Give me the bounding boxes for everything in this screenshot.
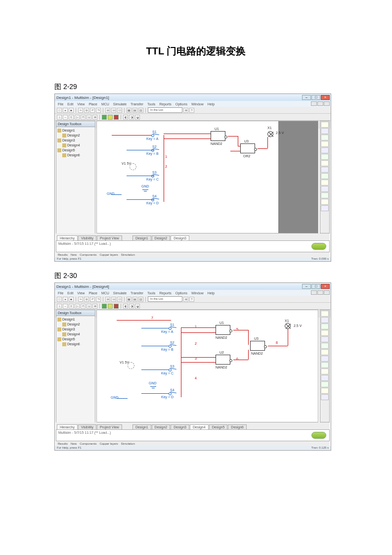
menu-item[interactable]: Options (175, 102, 187, 106)
toolbar-button[interactable]: ✂ (78, 297, 83, 302)
spreadsheet-view[interactable]: Multisim - 5/7/15 11:17 (** Load...) (56, 240, 330, 252)
toolbar-button[interactable]: ✂ (78, 108, 83, 113)
menu-item[interactable]: Edit (67, 102, 73, 106)
menu-item[interactable]: Reports (159, 291, 172, 295)
menu-item[interactable]: File (58, 291, 63, 295)
tree-node[interactable]: Design2 (67, 322, 80, 327)
toolbar-button[interactable]: ≡ (69, 304, 74, 309)
spreadsheet-tab[interactable]: Simulation (121, 442, 135, 445)
instrument-button[interactable] (321, 375, 329, 381)
child-maximize-button[interactable] (317, 290, 323, 295)
tree-node[interactable]: Design5 (62, 337, 75, 342)
close-button[interactable]: × (321, 95, 330, 100)
tab-hierarchy[interactable]: Hierarchy (57, 424, 78, 429)
instrument-button[interactable] (321, 369, 329, 374)
instrument-button[interactable] (321, 128, 329, 134)
toolbar-button[interactable]: ▤ (132, 297, 137, 302)
design-tab[interactable]: Design3 (171, 235, 189, 240)
menu-item[interactable]: Simulate (113, 291, 127, 295)
switch[interactable] (169, 344, 176, 348)
spreadsheet-tab[interactable]: Copper layers (99, 442, 118, 445)
toolbar-button[interactable]: ⊥ (57, 115, 62, 120)
instrument-button[interactable] (321, 192, 329, 198)
spreadsheet-tab[interactable]: Results (58, 253, 68, 256)
toolbar-button[interactable]: ⊞ (105, 297, 110, 302)
toolbar-button[interactable]: ◒ (135, 304, 140, 309)
instrument-button[interactable] (321, 147, 329, 153)
menu-item[interactable]: Options (175, 291, 187, 295)
menu-item[interactable]: Tools (147, 102, 155, 106)
instrument-button[interactable] (321, 349, 329, 355)
toolbar-button[interactable]: ⊡ (117, 108, 122, 113)
toolbar-button[interactable]: ▦ (127, 297, 131, 302)
instrument-button[interactable] (321, 356, 329, 362)
instrument-button[interactable] (321, 330, 329, 336)
child-close-button[interactable] (324, 290, 330, 295)
toolbar-button[interactable]: ◒ (135, 115, 140, 120)
schematic-canvas[interactable]: 7 V1 5V S1 Key = A S2 Key = B S3 Key = C… (96, 310, 318, 422)
tree-node[interactable]: Design3 (62, 327, 75, 332)
instrument-button[interactable] (321, 135, 329, 140)
tab-visibility[interactable]: Visibility (78, 424, 96, 429)
menu-item[interactable]: File (58, 102, 63, 106)
switch[interactable] (151, 148, 159, 152)
design-tab[interactable]: Design4 (190, 424, 209, 429)
instrument-button[interactable] (321, 324, 329, 329)
toolbar-button[interactable]: ◐ (123, 115, 128, 120)
nand-gate[interactable] (250, 341, 265, 351)
instrument-button[interactable] (321, 362, 329, 368)
instrument-button[interactable] (321, 160, 329, 166)
switch[interactable] (151, 133, 159, 137)
spreadsheet-tab[interactable]: Copper layers (99, 253, 118, 256)
instrument-button[interactable] (321, 173, 329, 179)
minimize-button[interactable]: – (302, 284, 311, 289)
spreadsheet-tab[interactable]: Components (80, 442, 96, 445)
play-button[interactable] (102, 115, 107, 120)
toolbar-button[interactable]: ▥ (138, 297, 143, 302)
toolbar-button[interactable]: ▤ (132, 108, 137, 113)
toolbar-button[interactable]: ▸ (63, 108, 68, 113)
design-tree[interactable]: Design1 Design2 Design3 Design4 Design5 … (56, 127, 95, 159)
spreadsheet-tab[interactable]: Results (58, 442, 68, 445)
spreadsheet-tab[interactable]: Components (80, 253, 96, 256)
toolbar-button[interactable]: □ (57, 108, 62, 113)
toolbar-button[interactable]: ■ (69, 297, 74, 302)
indicator-lamp[interactable] (267, 131, 273, 137)
toolbar-button[interactable]: ◑ (129, 115, 134, 120)
toolbar-button[interactable]: ⊔ (87, 115, 91, 120)
instrument-button[interactable] (321, 180, 329, 185)
instrument-button[interactable] (321, 154, 329, 160)
toolbar-button[interactable]: ↷ (96, 297, 101, 302)
spreadsheet-tab[interactable]: Simulation (121, 253, 135, 256)
menu-item[interactable]: View (77, 291, 85, 295)
design-tab[interactable]: Design5 (209, 424, 228, 429)
tree-node[interactable]: Design4 (67, 332, 80, 337)
tree-node[interactable]: Design6 (67, 153, 80, 158)
switch[interactable] (169, 326, 176, 330)
menu-item[interactable]: Tools (147, 291, 155, 295)
toolbar-button[interactable]: ◐ (123, 304, 128, 309)
nand-gate[interactable] (216, 355, 230, 365)
close-button[interactable]: × (321, 284, 330, 289)
tree-node[interactable]: Design4 (67, 143, 80, 148)
nand-gate[interactable] (216, 325, 230, 335)
tab-project-view[interactable]: Project View (97, 235, 122, 240)
pause-button[interactable] (108, 304, 113, 309)
switch[interactable] (169, 391, 176, 395)
zoom-badge[interactable] (311, 243, 326, 250)
toolbar-button[interactable]: ? (189, 108, 194, 113)
toolbar-button[interactable]: ≡ (69, 115, 74, 120)
toolbar-button[interactable]: ▦ (127, 108, 131, 113)
tree-node[interactable]: Design1 (62, 317, 75, 322)
tree-node[interactable]: Design6 (67, 342, 80, 347)
toolbar-button[interactable]: ~ (63, 115, 68, 120)
pause-button[interactable] (108, 115, 113, 120)
toolbar-button[interactable]: ⊕ (183, 108, 188, 113)
menu-item[interactable]: Help (208, 102, 215, 106)
toolbar-button[interactable]: □ (57, 297, 62, 302)
menu-item[interactable]: Place (88, 102, 97, 106)
instrument-button[interactable] (321, 141, 329, 147)
toolbar-button[interactable]: ⧉ (84, 297, 89, 302)
design-tree[interactable]: Design1 Design2 Design3 Design4 Design5 … (56, 316, 95, 348)
switch[interactable] (151, 174, 159, 178)
